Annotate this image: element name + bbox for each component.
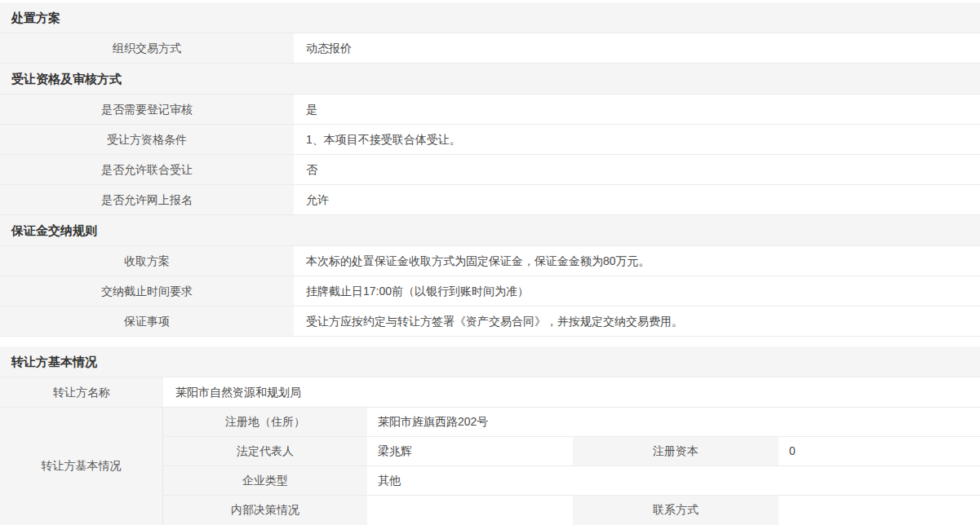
row-label-transferor-name: 转让方名称 bbox=[0, 377, 163, 407]
transferor-detail-rows: 注册地（住所） 莱阳市旌旗西路202号 法定代表人 梁兆辉 注册资本 0 企业类… bbox=[163, 408, 980, 525]
row-label-payment-deadline: 交纳截止时间要求 bbox=[0, 276, 294, 306]
row-value-transferor-name: 莱阳市自然资源和规划局 bbox=[163, 377, 980, 407]
table-row: 交纳截止时间要求 挂牌截止日17:00前（以银行到账时间为准） bbox=[0, 276, 980, 307]
row-value-joint-transfer-allowed: 否 bbox=[294, 155, 980, 184]
row-value-transferee-qualification-conditions: 1、本项目不接受联合体受让。 bbox=[294, 125, 980, 154]
row-label-enterprise-type: 企业类型 bbox=[163, 466, 367, 495]
row-label-transferee-qualification-conditions: 受让方资格条件 bbox=[0, 125, 294, 154]
section-header-disposal-plan: 处置方案 bbox=[0, 2, 980, 33]
table-row: 组织交易方式 动态报价 bbox=[0, 33, 980, 64]
table-row: 收取方案 本次标的处置保证金收取方式为固定保证金，保证金金额为80万元。 bbox=[0, 246, 980, 276]
row-label-joint-transfer-allowed: 是否允许联合受让 bbox=[0, 155, 294, 184]
table-row: 保证事项 受让方应按约定与转让方签署《资产交易合同》，并按规定交纳交易费用。 bbox=[0, 307, 980, 337]
row-label-organize-trade-method: 组织交易方式 bbox=[0, 33, 294, 63]
asset-transaction-detail-page: 处置方案 组织交易方式 动态报价 受让资格及审核方式 是否需要登记审核 是 受让… bbox=[0, 2, 980, 525]
section-header-transferor-basic-info: 转让方基本情况 bbox=[0, 346, 980, 377]
row-value-registration-review-required: 是 bbox=[294, 95, 980, 124]
table-row: 转让方名称 莱阳市自然资源和规划局 bbox=[0, 377, 980, 408]
transferor-detail-group: 转让方基本情况 注册地（住所） 莱阳市旌旗西路202号 法定代表人 梁兆辉 注册… bbox=[0, 408, 980, 525]
row-label-legal-representative: 法定代表人 bbox=[163, 437, 367, 465]
row-label-guarantee-matters: 保证事项 bbox=[0, 307, 294, 336]
row-value-internal-decision bbox=[367, 496, 573, 525]
transferor-info-table: 转让方基本情况 转让方名称 莱阳市自然资源和规划局 转让方基本情况 注册地（住所… bbox=[0, 346, 980, 525]
row-value-contact-info bbox=[778, 496, 980, 525]
table-row: 是否需要登记审核 是 bbox=[0, 95, 980, 125]
row-label-online-signup-allowed: 是否允许网上报名 bbox=[0, 185, 294, 214]
row-label-internal-decision: 内部决策情况 bbox=[163, 496, 367, 525]
row-value-enterprise-type: 其他 bbox=[367, 466, 980, 495]
row-value-registered-address: 莱阳市旌旗西路202号 bbox=[367, 408, 980, 436]
group-label-transferor-basic-info: 转让方基本情况 bbox=[0, 408, 163, 525]
row-label-collection-plan: 收取方案 bbox=[0, 246, 294, 276]
table-row: 内部决策情况 联系方式 bbox=[163, 496, 980, 525]
table-row: 企业类型 其他 bbox=[163, 466, 980, 496]
row-value-online-signup-allowed: 允许 bbox=[294, 185, 980, 214]
row-value-registered-capital: 0 bbox=[778, 437, 980, 465]
row-label-registration-review-required: 是否需要登记审核 bbox=[0, 95, 294, 124]
table-row: 法定代表人 梁兆辉 注册资本 0 bbox=[163, 437, 980, 466]
section-header-transferee-qualification: 受让资格及审核方式 bbox=[0, 64, 980, 95]
row-label-registered-capital: 注册资本 bbox=[573, 437, 778, 465]
section-header-deposit-rules: 保证金交纳规则 bbox=[0, 215, 980, 246]
row-value-legal-representative: 梁兆辉 bbox=[367, 437, 573, 465]
table-row: 是否允许网上报名 允许 bbox=[0, 185, 980, 215]
row-value-guarantee-matters: 受让方应按约定与转让方签署《资产交易合同》，并按规定交纳交易费用。 bbox=[294, 307, 980, 336]
row-value-collection-plan: 本次标的处置保证金收取方式为固定保证金，保证金金额为80万元。 bbox=[294, 246, 980, 276]
table-row: 注册地（住所） 莱阳市旌旗西路202号 bbox=[163, 408, 980, 437]
row-value-organize-trade-method: 动态报价 bbox=[294, 33, 980, 63]
table-row: 受让方资格条件 1、本项目不接受联合体受让。 bbox=[0, 125, 980, 155]
row-label-contact-info: 联系方式 bbox=[573, 496, 778, 525]
row-value-payment-deadline: 挂牌截止日17:00前（以银行到账时间为准） bbox=[294, 276, 980, 306]
table-row: 是否允许联合受让 否 bbox=[0, 155, 980, 185]
row-label-registered-address: 注册地（住所） bbox=[163, 408, 367, 436]
disposal-info-table: 处置方案 组织交易方式 动态报价 受让资格及审核方式 是否需要登记审核 是 受让… bbox=[0, 2, 980, 337]
